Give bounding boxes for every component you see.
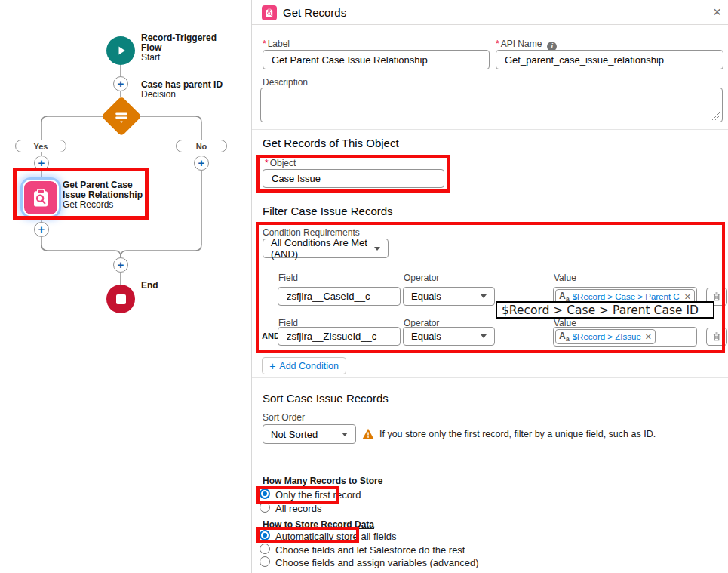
get-records-node[interactable] xyxy=(24,181,57,214)
start-title: Record-Triggered Flow xyxy=(141,33,239,53)
value-pill[interactable]: Aa $Record > ZIssue ✕ xyxy=(555,329,656,344)
decision-icon xyxy=(112,107,131,126)
flow-canvas: Record-Triggered Flow Start + Case has p… xyxy=(0,0,252,573)
branch-label-yes: Yes xyxy=(15,140,66,152)
sort-order-value: Not Sorted xyxy=(271,429,318,440)
add-element-button[interactable]: + xyxy=(113,257,128,273)
end-title: End xyxy=(141,281,158,291)
description-textarea[interactable] xyxy=(260,88,723,122)
get-records-title: Get Parent Case Issue Relationship xyxy=(63,180,152,200)
warning-text: If you store only the first record, filt… xyxy=(379,428,656,439)
play-icon xyxy=(113,43,128,58)
condition-2-operator-dropdown[interactable]: Equals xyxy=(403,327,495,346)
add-element-button[interactable]: + xyxy=(194,156,209,171)
resize-handle[interactable] xyxy=(712,112,720,120)
end-node-label: End xyxy=(141,281,158,291)
start-node[interactable] xyxy=(106,36,135,65)
decision-node-label: Case has parent ID Decision xyxy=(141,80,239,100)
trash-icon xyxy=(711,291,722,302)
text-type-icon: Aa xyxy=(559,331,570,343)
no-label: No xyxy=(196,142,207,151)
label-field-label: *Label xyxy=(263,39,290,49)
plus-icon: + xyxy=(269,361,275,371)
end-node[interactable] xyxy=(106,285,135,313)
object-field-label: *Object xyxy=(265,158,296,168)
get-records-subtitle: Get Records xyxy=(63,200,152,210)
sort-order-label: Sort Order xyxy=(263,412,305,423)
get-records-node-label: Get Parent Case Issue Relationship Get R… xyxy=(63,180,152,210)
get-records-icon xyxy=(29,186,52,209)
divider xyxy=(252,199,728,199)
label-input[interactable] xyxy=(263,50,490,69)
trash-icon xyxy=(711,331,722,342)
plus-icon: + xyxy=(118,259,124,270)
condition-requirements-label: Condition Requirements xyxy=(263,227,360,238)
stop-icon xyxy=(116,294,126,304)
yes-label: Yes xyxy=(34,142,48,151)
condition-2-field-input[interactable] xyxy=(278,327,401,346)
required-asterisk: * xyxy=(263,39,266,49)
close-icon[interactable]: × xyxy=(713,4,721,20)
panel-header: Get Records × xyxy=(252,0,728,25)
sort-warning: If you store only the first record, filt… xyxy=(362,428,656,439)
chevron-down-icon xyxy=(481,334,487,338)
start-node-label: Record-Triggered Flow Start xyxy=(141,33,239,63)
condition-1-field-input[interactable] xyxy=(278,287,401,306)
start-subtitle: Start xyxy=(141,53,239,63)
value-label: Value xyxy=(554,273,576,283)
radio-label[interactable]: Automatically store all fields xyxy=(275,531,396,542)
pill-text: $Record > Case > Parent Ca... xyxy=(573,292,680,301)
plus-icon: + xyxy=(198,157,205,168)
description-field-label: Description xyxy=(263,77,308,88)
how-many-records-label: How Many Records to Store xyxy=(263,476,382,486)
filter-section-heading: Filter Case Issue Records xyxy=(263,205,393,217)
add-element-button[interactable]: + xyxy=(34,222,49,237)
radio-all-records[interactable] xyxy=(260,502,270,513)
chevron-down-icon xyxy=(374,247,380,251)
value-tooltip: $Record > Case > Parent Case ID xyxy=(496,301,714,319)
radio-choose-fields-advanced[interactable] xyxy=(260,556,270,567)
add-element-button[interactable]: + xyxy=(34,156,49,171)
plus-icon: + xyxy=(38,157,45,168)
required-asterisk: * xyxy=(496,39,499,49)
radio-label[interactable]: Only the first record xyxy=(275,489,361,501)
object-section-heading: Get Records of This Object xyxy=(263,137,399,149)
radio-auto-store-all-fields[interactable] xyxy=(260,530,270,541)
sort-order-dropdown[interactable]: Not Sorted xyxy=(263,424,356,444)
panel-title: Get Records xyxy=(283,6,346,19)
divider xyxy=(252,377,728,378)
sort-section-heading: Sort Case Issue Records xyxy=(263,392,389,405)
get-records-icon xyxy=(262,5,277,20)
add-condition-button[interactable]: + Add Condition xyxy=(262,357,346,374)
chevron-down-icon xyxy=(481,294,487,298)
radio-choose-fields-salesforce[interactable] xyxy=(260,544,270,554)
pill-text: $Record > ZIssue xyxy=(573,332,641,341)
delete-condition-button[interactable] xyxy=(706,328,727,346)
condition-2-value-input[interactable]: Aa $Record > ZIssue ✕ xyxy=(553,327,697,347)
remove-pill-icon[interactable]: ✕ xyxy=(641,332,652,342)
operator-value: Equals xyxy=(411,331,441,342)
condition-requirements-dropdown[interactable]: All Conditions Are Met (AND) xyxy=(263,239,389,258)
radio-label[interactable]: Choose fields and assign variables (adva… xyxy=(275,557,479,568)
branch-label-no: No xyxy=(176,140,227,152)
divider xyxy=(252,461,728,461)
decision-subtitle: Decision xyxy=(141,90,239,100)
operator-value: Equals xyxy=(411,291,441,302)
radio-label[interactable]: All records xyxy=(275,503,321,514)
divider xyxy=(252,129,728,130)
condition-requirements-value: All Conditions Are Met (AND) xyxy=(271,237,370,260)
how-to-store-label: How to Store Record Data xyxy=(263,519,374,530)
radio-label[interactable]: Choose fields and let Salesforce do the … xyxy=(275,544,465,556)
object-input[interactable] xyxy=(263,169,444,188)
chevron-down-icon xyxy=(342,433,348,436)
get-records-config-panel: Get Records × *Label *API Namei Descript… xyxy=(251,0,728,573)
required-asterisk: * xyxy=(265,158,269,168)
plus-icon: + xyxy=(118,78,124,89)
add-element-button[interactable]: + xyxy=(113,76,128,91)
plus-icon: + xyxy=(38,223,45,235)
remove-pill-icon[interactable]: ✕ xyxy=(680,292,691,302)
warning-icon xyxy=(362,428,374,439)
api-name-input[interactable] xyxy=(496,50,723,69)
radio-only-first-record[interactable] xyxy=(260,488,270,499)
condition-1-operator-dropdown[interactable]: Equals xyxy=(403,287,495,306)
